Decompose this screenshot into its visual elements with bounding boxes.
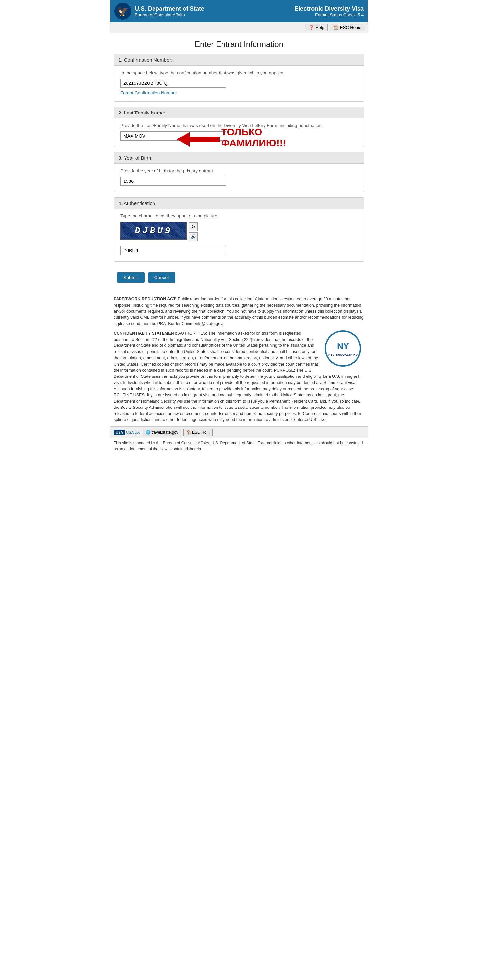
confirmation-body: In the space below, type the confirmatio… [114, 66, 364, 101]
nav-bar: ❓ Help 🏠 ESC Home [110, 22, 368, 33]
captcha-row: DJBU9 ↻ 🔊 [121, 222, 357, 241]
confirmation-input[interactable] [121, 78, 226, 88]
nyc-ny-text: NY [337, 340, 349, 353]
paperwork-title: PAPERWORK REDUCTION ACT: [113, 297, 177, 301]
forgot-confirmation-link[interactable]: Forgot Confirmation Number [121, 91, 177, 95]
usagov-label: USA.gov [126, 430, 140, 434]
confidentiality-text: AUTHORITIES: The information asked for o… [113, 331, 362, 422]
birthyear-input[interactable] [121, 177, 226, 186]
confirmation-section: 1. Confirmation Number: In the space bel… [113, 54, 365, 102]
esc-version: Entrant Status Check: 5.4 [295, 12, 364, 17]
authentication-body: Type the characters as they appear in th… [114, 209, 364, 261]
header-title: U.S. Department of State [135, 5, 204, 13]
captcha-refresh-button[interactable]: ↻ [189, 223, 198, 231]
footer-nav: USA USA.gov 🌐 travel.state.gov 🏠 ESC Ho.… [110, 426, 368, 438]
captcha-input[interactable] [121, 246, 226, 255]
captcha-audio-button[interactable]: 🔊 [189, 232, 198, 241]
lastname-header: 2. Last/Family Name: [114, 107, 364, 118]
button-row: Submit Cancel [110, 267, 368, 290]
disclaimer: This site is managed by the Bureau of Co… [110, 438, 368, 455]
help-icon: ❓ [309, 25, 314, 30]
authentication-description: Type the characters as they appear in th… [121, 213, 357, 218]
nyc-circle: NY NYC-BROOKLYN.RU [325, 330, 361, 367]
edv-title: Electronic Diversity Visa [295, 5, 364, 12]
birthyear-description: Provide the year of birth for the primar… [121, 168, 357, 173]
globe-icon: 🌐 [146, 430, 151, 434]
annotation-text: ТОЛЬКО ФАМИЛИЮ!!! [221, 126, 286, 148]
authentication-header: 4. Authentication [114, 198, 364, 209]
birthyear-header: 3. Year of Birth: [114, 153, 364, 164]
paperwork-paragraph: PAPERWORK REDUCTION ACT: Public reportin… [113, 296, 365, 327]
lastname-description: Provide the Last/Family Name that was us… [121, 123, 357, 128]
birthyear-section: 3. Year of Birth: Provide the year of bi… [113, 152, 365, 192]
captcha-image: DJBU9 [121, 222, 186, 240]
confirmation-header: 1. Confirmation Number: [114, 54, 364, 66]
nyc-site-text: NYC-BROOKLYN.RU [328, 353, 357, 357]
cancel-button[interactable]: Cancel [148, 272, 175, 283]
state-dept-seal: 🦅 [114, 3, 131, 20]
header-subtitle: Bureau of Consular Affairs [135, 12, 204, 17]
legal-text: PAPERWORK REDUCTION ACT: Public reportin… [113, 296, 365, 423]
submit-button[interactable]: Submit [117, 272, 145, 283]
home-icon: 🏠 [333, 25, 339, 30]
lastname-body: Provide the Last/Family Name that was us… [114, 118, 364, 146]
confirmation-description: In the space below, type the confirmatio… [121, 70, 357, 75]
confidentiality-title: CONFIDENTIALITY STATEMENT: [113, 331, 177, 336]
lastname-section: 2. Last/Family Name: Provide the Last/Fa… [113, 107, 365, 147]
authentication-section: 4. Authentication Type the characters as… [113, 197, 365, 262]
captcha-display-text: DJBU9 [135, 226, 172, 236]
birthyear-body: Provide the year of birth for the primar… [114, 164, 364, 192]
audio-icon: 🔊 [191, 234, 196, 239]
help-button[interactable]: ❓ Help [305, 24, 328, 31]
header-left: 🦅 U.S. Department of State Bureau of Con… [114, 3, 204, 20]
header: 🦅 U.S. Department of State Bureau of Con… [110, 0, 368, 22]
home-footer-icon: 🏠 [186, 430, 191, 434]
nyc-watermark: NY NYC-BROOKLYN.RU [325, 330, 361, 367]
esc-home-footer-button[interactable]: 🏠 ESC Ho... [183, 429, 213, 436]
esc-home-button[interactable]: 🏠 ESC Home [330, 24, 365, 31]
header-right: Electronic Diversity Visa Entrant Status… [295, 5, 364, 17]
lastname-input[interactable] [121, 131, 226, 140]
page-title: Enter Entrant Information [110, 33, 368, 54]
lastname-wrapper: ТОЛЬКО ФАМИЛИЮ!!! [121, 131, 357, 140]
captcha-controls: ↻ 🔊 [189, 223, 198, 241]
refresh-icon: ↻ [191, 224, 196, 229]
usa-logo: USA [113, 430, 125, 435]
header-org: U.S. Department of State Bureau of Consu… [135, 5, 204, 18]
travel-state-button[interactable]: 🌐 travel.state.gov [143, 429, 181, 436]
usagov-item: USA USA.gov [113, 430, 141, 435]
